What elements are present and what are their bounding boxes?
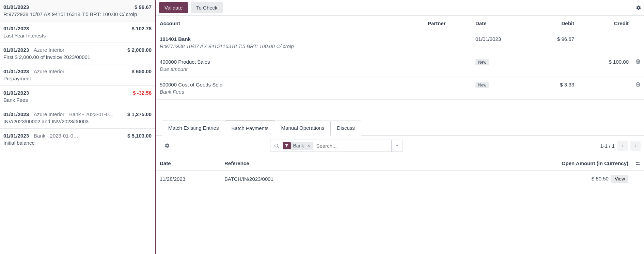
tx-partner: Azure Interior bbox=[34, 111, 64, 117]
col-batch-date: Date bbox=[156, 156, 221, 171]
tx-date: 01/01/2023 bbox=[3, 47, 29, 53]
line-desc: R:9772938 10/07 AX 9415116318 T:5 BRT: 1… bbox=[160, 43, 421, 49]
status-badge: New bbox=[475, 59, 489, 65]
tx-amount: $ 1,275.00 bbox=[127, 111, 152, 117]
col-partner: Partner bbox=[424, 16, 472, 31]
tx-desc: R:9772938 10/07 AX 9415116318 T:5 BRT: 1… bbox=[3, 11, 152, 17]
close-icon[interactable]: × bbox=[305, 143, 312, 148]
transaction-item[interactable]: 01/01/2023Bank - 2023-01-0…$ 5,103.00Ini… bbox=[0, 129, 155, 150]
line-desc: Bank Fees bbox=[160, 89, 421, 95]
tx-desc: Bank Fees bbox=[3, 97, 152, 103]
transaction-item[interactable]: 01/01/2023$ -32.58Bank Fees bbox=[0, 86, 155, 107]
search-icon bbox=[270, 143, 283, 148]
tx-date: 01/01/2023 bbox=[3, 4, 29, 10]
gear-icon[interactable] bbox=[636, 5, 641, 11]
tx-partner: Azure Interior bbox=[34, 47, 64, 53]
line-partner bbox=[424, 77, 472, 100]
svg-point-5 bbox=[638, 164, 639, 165]
tab-discuss[interactable]: Discuss bbox=[330, 121, 361, 136]
validate-button[interactable]: Validate bbox=[159, 2, 188, 13]
col-batch-open-amount: Open Amount (in Currency) bbox=[398, 156, 632, 171]
line-date: New bbox=[472, 54, 523, 77]
line-desc: Due amount bbox=[160, 66, 421, 72]
line-credit bbox=[578, 31, 632, 54]
tx-date: 01/01/2023 bbox=[3, 111, 29, 117]
line-debit: $ 96.67 bbox=[523, 31, 578, 54]
chevron-down-icon[interactable] bbox=[391, 140, 403, 152]
tabs: Match Existing EntriesBatch PaymentsManu… bbox=[156, 120, 644, 136]
pager-next-button[interactable] bbox=[630, 141, 641, 151]
tx-amount: $ -32.58 bbox=[133, 90, 152, 96]
batch-row[interactable]: 11/28/2023BATCH/IN/2023/0001$ 80.50View bbox=[156, 171, 644, 187]
pager: 1-1 / 1 bbox=[600, 141, 641, 151]
tx-desc: First $ 2,000.00 of invoice 2023/00001 bbox=[3, 54, 152, 60]
journal-line-row[interactable]: 400000 Product SalesDue amountNew$ 100.0… bbox=[156, 54, 644, 77]
transactions-list: 01/01/2023$ 96.67R:9772938 10/07 AX 9415… bbox=[0, 0, 156, 254]
tab-manual-operations[interactable]: Manual Operations bbox=[275, 121, 331, 136]
tabs-section: Match Existing EntriesBatch PaymentsManu… bbox=[156, 120, 644, 187]
col-debit: Debit bbox=[523, 16, 578, 31]
batch-amount: $ 80.50 bbox=[592, 176, 609, 181]
search-box[interactable]: Bank × bbox=[270, 140, 403, 152]
filter-icon bbox=[283, 142, 291, 149]
reconciliation-panel: Validate To Check Account Partner Date D… bbox=[156, 0, 644, 254]
tx-date: 01/01/2023 bbox=[3, 26, 29, 31]
transaction-item[interactable]: 01/01/2023Azure Interior$ 2,000.00First … bbox=[0, 43, 155, 64]
line-credit bbox=[578, 77, 632, 100]
tx-desc: Initial balance bbox=[3, 140, 152, 146]
journal-line-row[interactable]: 500000 Cost of Goods SoldBank FeesNew$ 3… bbox=[156, 77, 644, 100]
tx-desc: Prepayment bbox=[3, 76, 152, 81]
tab-match-existing-entries[interactable]: Match Existing Entries bbox=[162, 121, 225, 136]
tx-ref: Bank - 2023-01-0… bbox=[34, 133, 78, 139]
svg-point-3 bbox=[637, 162, 638, 163]
line-date: 01/01/2023 bbox=[472, 31, 523, 54]
svg-line-1 bbox=[278, 147, 279, 148]
batch-reference: BATCH/IN/2023/0001 bbox=[221, 171, 398, 187]
to-check-button[interactable]: To Check bbox=[191, 2, 223, 13]
tx-date: 01/01/2023 bbox=[3, 133, 29, 139]
column-settings-button[interactable] bbox=[632, 156, 644, 171]
batch-date: 11/28/2023 bbox=[156, 171, 221, 187]
line-account: 400000 Product Sales bbox=[160, 59, 421, 65]
line-account: 101401 Bank bbox=[160, 36, 421, 42]
col-date: Date bbox=[472, 16, 523, 31]
trash-icon[interactable] bbox=[635, 59, 641, 64]
pager-text: 1-1 / 1 bbox=[600, 143, 615, 149]
tx-amount: $ 102.78 bbox=[132, 26, 152, 31]
line-date: New bbox=[472, 77, 523, 100]
search-row: Bank × 1-1 / 1 bbox=[156, 136, 644, 156]
line-partner bbox=[424, 31, 472, 54]
tx-date: 01/01/2023 bbox=[3, 90, 29, 96]
tab-batch-payments[interactable]: Batch Payments bbox=[225, 121, 275, 136]
tx-ref: Bank - 2023-01-0… bbox=[69, 111, 114, 117]
search-input[interactable] bbox=[315, 142, 392, 150]
col-batch-reference: Reference bbox=[221, 156, 398, 171]
tx-amount: $ 5,103.00 bbox=[127, 133, 152, 139]
toolbar: Validate To Check bbox=[156, 0, 644, 16]
tx-desc: INV/2023/00002 and INV/2023/00003 bbox=[3, 118, 152, 124]
batch-payments-table: Date Reference Open Amount (in Currency)… bbox=[156, 156, 644, 187]
status-badge: New bbox=[475, 82, 489, 88]
tx-partner: Azure Interior bbox=[34, 68, 64, 74]
pager-prev-button[interactable] bbox=[617, 141, 628, 151]
col-account: Account bbox=[156, 16, 424, 31]
tx-amount: $ 96.67 bbox=[135, 4, 152, 10]
line-partner bbox=[424, 54, 472, 77]
line-credit: $ 100.00 bbox=[578, 54, 632, 77]
line-debit: $ 3.33 bbox=[523, 77, 578, 100]
svg-point-0 bbox=[275, 144, 278, 147]
filter-chip-bank: Bank × bbox=[283, 142, 313, 150]
transaction-item[interactable]: 01/01/2023$ 102.78Last Year Interests bbox=[0, 21, 155, 43]
gear-icon[interactable] bbox=[164, 143, 170, 148]
tx-amount: $ 2,000.00 bbox=[127, 47, 152, 53]
transaction-item[interactable]: 01/01/2023$ 96.67R:9772938 10/07 AX 9415… bbox=[0, 0, 155, 21]
view-button[interactable]: View bbox=[611, 175, 628, 183]
transaction-item[interactable]: 01/01/2023Azure Interior$ 650.00Prepayme… bbox=[0, 64, 155, 86]
transaction-item[interactable]: 01/01/2023Azure InteriorBank - 2023-01-0… bbox=[0, 107, 155, 129]
filter-chip-label: Bank bbox=[293, 143, 305, 148]
col-credit: Credit bbox=[578, 16, 632, 31]
tx-amount: $ 650.00 bbox=[132, 68, 152, 74]
journal-line-row[interactable]: 101401 BankR:9772938 10/07 AX 9415116318… bbox=[156, 31, 644, 54]
line-debit bbox=[523, 54, 578, 77]
trash-icon[interactable] bbox=[635, 82, 641, 87]
